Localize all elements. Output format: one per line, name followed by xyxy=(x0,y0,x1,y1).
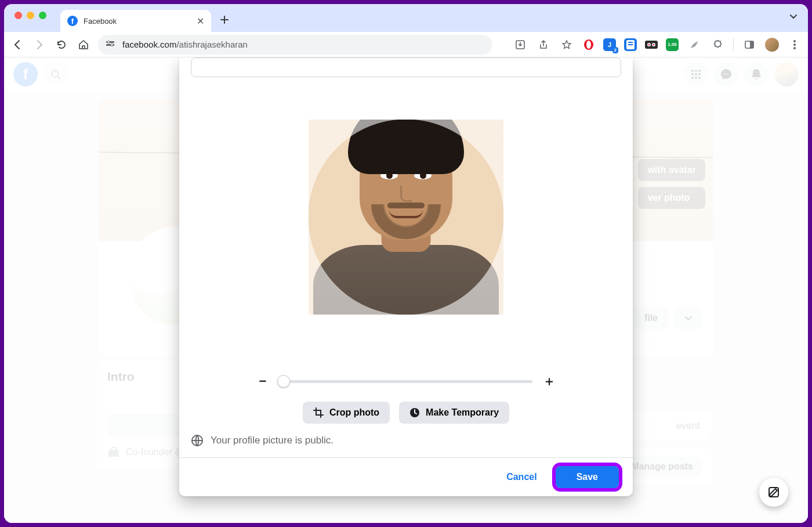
save-button-highlight: Save xyxy=(556,466,619,488)
window-maximize-button[interactable] xyxy=(39,12,46,19)
update-profile-picture-modal: − ＋ Crop photo Make Temporary xyxy=(179,57,633,496)
site-settings-icon[interactable] xyxy=(106,41,117,49)
extension-eyes-icon[interactable] xyxy=(645,38,658,51)
browser-profile-avatar[interactable] xyxy=(765,38,779,52)
profile-more-caret[interactable] xyxy=(674,307,703,329)
svg-point-29 xyxy=(698,77,701,79)
extension-opera-icon[interactable] xyxy=(582,38,595,51)
svg-point-28 xyxy=(695,77,697,79)
life-event-suffix: event xyxy=(676,420,700,432)
svg-rect-31 xyxy=(111,447,116,450)
clock-icon xyxy=(409,407,420,418)
forward-button[interactable] xyxy=(32,37,47,52)
svg-point-25 xyxy=(695,73,697,75)
share-icon[interactable] xyxy=(536,37,551,52)
zoom-out-button[interactable]: − xyxy=(255,374,270,389)
modal-footer: Cancel Save xyxy=(179,457,633,496)
toolbar-right: J2 1.00 xyxy=(513,37,802,52)
svg-point-19 xyxy=(793,47,796,49)
toolbar-divider xyxy=(733,38,734,51)
crop-photo-button[interactable]: Crop photo xyxy=(303,402,390,424)
svg-point-22 xyxy=(695,70,697,72)
svg-point-3 xyxy=(111,44,113,46)
extension-doc-icon[interactable] xyxy=(624,38,637,51)
svg-rect-38 xyxy=(769,488,778,497)
cancel-button[interactable]: Cancel xyxy=(498,466,545,488)
extension-j-icon[interactable]: J2 xyxy=(603,38,616,51)
description-input[interactable] xyxy=(191,57,621,77)
create-with-avatar-button[interactable]: with avatar xyxy=(638,159,705,181)
fb-messenger-icon[interactable] xyxy=(714,62,738,86)
window-close-button[interactable] xyxy=(14,12,22,19)
tab-overflow-button[interactable] xyxy=(785,8,802,25)
edit-profile-button[interactable]: file xyxy=(634,307,668,329)
tab-strip: f Facebook ✕ xyxy=(4,4,808,32)
edit-cover-photo-button[interactable]: ver photo xyxy=(638,187,705,209)
zoom-slider[interactable] xyxy=(280,380,532,383)
svg-rect-8 xyxy=(628,42,633,43)
home-button[interactable] xyxy=(76,37,91,52)
fb-menu-grid-icon[interactable] xyxy=(684,62,708,86)
svg-point-26 xyxy=(698,73,701,75)
zoom-slider-row: − ＋ xyxy=(179,374,633,389)
crop-icon xyxy=(313,407,324,418)
install-app-icon[interactable] xyxy=(513,37,528,52)
back-button[interactable] xyxy=(10,37,25,52)
svg-point-6 xyxy=(586,41,591,49)
svg-point-18 xyxy=(793,44,796,46)
extension-green-badge: 1.00 xyxy=(668,42,677,47)
privacy-row: Your profile picture is public. xyxy=(179,434,633,457)
tab-close-button[interactable]: ✕ xyxy=(197,16,204,27)
fb-logo[interactable]: f xyxy=(13,62,38,86)
window-minimize-button[interactable] xyxy=(27,12,34,19)
svg-rect-10 xyxy=(645,41,658,49)
svg-point-24 xyxy=(691,73,694,75)
address-bar[interactable]: facebook.com/atishrajasekharan xyxy=(98,35,492,55)
extension-green-icon[interactable]: 1.00 xyxy=(666,38,679,51)
svg-rect-9 xyxy=(628,44,633,45)
svg-point-13 xyxy=(648,44,650,45)
extension-feather-icon[interactable] xyxy=(687,37,702,52)
fb-account-avatar[interactable] xyxy=(774,62,799,86)
briefcase-icon xyxy=(107,446,120,458)
window-traffic-lights xyxy=(14,12,46,19)
browser-toolbar: facebook.com/atishrajasekharan J2 1.00 xyxy=(4,32,808,57)
extension-j-badge: 2 xyxy=(612,47,618,53)
svg-point-17 xyxy=(793,40,796,42)
svg-point-2 xyxy=(107,41,110,43)
photo-preview-area[interactable] xyxy=(179,77,633,356)
zoom-in-button[interactable]: ＋ xyxy=(542,374,557,389)
svg-rect-16 xyxy=(750,41,753,48)
fb-notifications-icon[interactable] xyxy=(744,62,768,86)
privacy-text: Your profile picture is public. xyxy=(211,435,334,446)
globe-icon xyxy=(191,434,204,447)
url-text: facebook.com/atishrajasekharan xyxy=(122,39,248,49)
browser-menu-icon[interactable] xyxy=(787,37,802,52)
zoom-slider-knob[interactable] xyxy=(277,375,290,388)
reload-button[interactable] xyxy=(54,37,69,52)
facebook-favicon: f xyxy=(67,16,78,26)
svg-point-21 xyxy=(691,70,694,72)
pencil-icon xyxy=(767,486,780,499)
new-tab-button[interactable] xyxy=(216,11,233,28)
make-temporary-button[interactable]: Make Temporary xyxy=(399,402,509,424)
svg-point-27 xyxy=(691,77,694,79)
save-button[interactable]: Save xyxy=(556,466,619,488)
side-panel-icon[interactable] xyxy=(742,37,757,52)
tab-title: Facebook xyxy=(84,17,117,26)
bookmark-star-icon[interactable] xyxy=(559,37,574,52)
compose-fab[interactable] xyxy=(759,478,788,507)
extensions-puzzle-icon[interactable] xyxy=(710,37,725,52)
svg-point-14 xyxy=(653,44,655,45)
svg-point-23 xyxy=(698,70,701,72)
tab-facebook[interactable]: f Facebook ✕ xyxy=(60,10,211,32)
photo-preview xyxy=(309,120,503,315)
fb-search-button[interactable] xyxy=(44,62,68,86)
